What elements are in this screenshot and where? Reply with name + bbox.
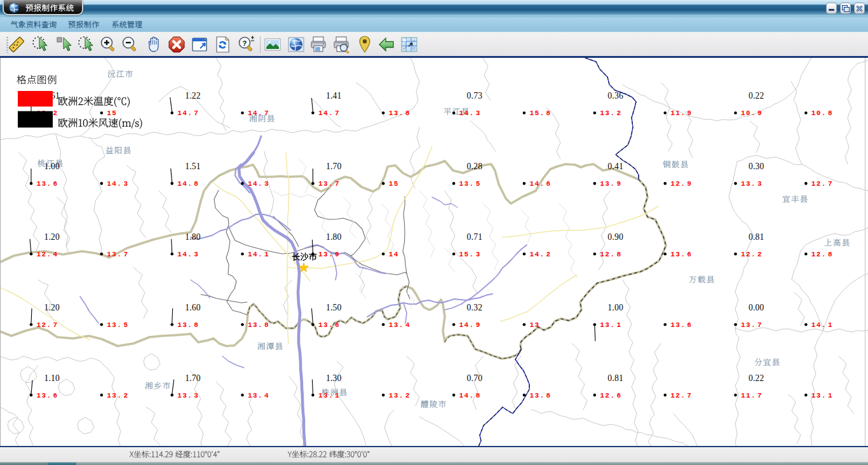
svg-text:12. 7: 12. 7 [811,180,833,188]
svg-text:15. 3: 15. 3 [459,251,481,258]
svg-text:15. 8: 15. 8 [529,109,551,117]
svg-text:?: ? [243,39,247,47]
svg-text:0.30: 0.30 [749,162,764,171]
svg-text:1.00: 1.00 [44,162,60,171]
svg-text:13. 9: 13. 9 [318,251,340,258]
svg-text:13. 2: 13. 2 [107,392,128,399]
svg-text:13. 9: 13. 9 [600,180,621,188]
svg-text:13. 7: 13. 7 [318,180,340,188]
svg-text:14. 3: 14. 3 [248,180,269,188]
svg-text:14. 1: 14. 1 [248,251,269,258]
svg-text:12. 2: 12. 2 [741,251,763,258]
svg-text:1.22: 1.22 [185,91,201,101]
svg-text:0.36: 0.36 [607,91,623,101]
svg-text:13. 5: 13. 5 [459,180,481,188]
svg-text:1.00: 1.00 [607,303,623,312]
svg-text:14. 1: 14. 1 [811,321,833,329]
svg-text:0.41: 0.41 [607,162,623,171]
svg-text:1.10: 1.10 [44,373,60,383]
svg-text:0.90: 0.90 [607,232,623,242]
svg-text:10. 8: 10. 8 [811,109,833,117]
svg-text:0.00: 0.00 [749,303,764,312]
svg-text:13. 5: 13. 5 [107,321,128,329]
svg-text:11. 7: 11. 7 [741,392,763,399]
svg-text:13. 3: 13. 3 [177,392,199,399]
svg-text:1.70: 1.70 [326,162,342,171]
svg-text:13. 8: 13. 8 [389,109,410,117]
svg-text:14. 7: 14. 7 [177,109,199,117]
svg-text:0.81: 0.81 [749,232,764,242]
svg-text:0.28: 0.28 [467,162,483,171]
svg-text:0.32: 0.32 [467,303,483,312]
svg-text:12. 7: 12. 7 [37,321,58,329]
svg-text:14. 2: 14. 2 [529,251,551,258]
svg-text:11. 9: 11. 9 [670,109,692,117]
svg-text:1.50: 1.50 [326,303,342,312]
svg-text:0.81: 0.81 [607,373,623,383]
svg-text:1.41: 1.41 [326,91,342,101]
svg-text:13. 8: 13. 8 [529,392,551,399]
svg-text:13. 1: 13. 1 [600,321,621,329]
svg-text:0.73: 0.73 [467,91,483,101]
svg-text:13. 3: 13. 3 [741,180,763,188]
svg-text:14. 3: 14. 3 [107,180,128,188]
svg-text:0.71: 0.71 [467,232,483,242]
svg-text:14: 14 [389,251,399,258]
svg-text:10. 9: 10. 9 [741,109,763,117]
svg-text:14. 7: 14. 7 [248,109,269,117]
svg-text:0.70: 0.70 [467,373,483,383]
svg-text:13. 7: 13. 7 [741,321,763,329]
svg-text:13. 2: 13. 2 [600,109,621,117]
svg-text:1.80: 1.80 [326,232,342,242]
svg-text:14. 7: 14. 7 [318,109,340,117]
svg-text:13. 7: 13. 7 [107,251,128,258]
svg-text:14. 3: 14. 3 [459,109,481,117]
svg-text:0.22: 0.22 [749,373,764,383]
svg-text:13. 6: 13. 6 [318,321,340,329]
svg-text:13. 6: 13. 6 [37,392,58,399]
svg-text:12. 8: 12. 8 [811,251,833,258]
svg-text:12. 7: 12. 7 [670,392,692,399]
svg-text:13: 13 [529,321,539,329]
svg-text:1.80: 1.80 [185,232,201,242]
svg-text:13. 2: 13. 2 [389,392,410,399]
svg-text:1.20: 1.20 [44,232,60,242]
svg-text:12. 6: 12. 6 [600,392,621,399]
svg-text:13. 4: 13. 4 [389,321,410,329]
svg-text:14. 8: 14. 8 [459,392,481,399]
svg-text:1.51: 1.51 [185,162,201,171]
svg-text:13. 4: 13. 4 [248,392,269,399]
svg-text:14. 8: 14. 8 [177,180,199,188]
svg-text:13. 1: 13. 1 [318,392,340,399]
svg-text:1.20: 1.20 [44,303,60,312]
svg-text:1.30: 1.30 [326,373,342,383]
svg-text:13. 6: 13. 6 [670,321,692,329]
svg-text:12. 4: 12. 4 [37,251,58,258]
svg-text:15: 15 [389,180,399,188]
svg-text:13. 1: 13. 1 [811,392,833,399]
svg-text:1.60: 1.60 [185,303,201,312]
svg-text:13. 6: 13. 6 [37,180,58,188]
svg-text:14. 3: 14. 3 [177,251,199,258]
svg-text:1.70: 1.70 [185,373,201,383]
svg-text:13. 6: 13. 6 [670,251,692,258]
svg-text:14. 6: 14. 6 [529,180,551,188]
svg-text:12. 8: 12. 8 [600,251,621,258]
svg-text:14. 9: 14. 9 [459,321,481,329]
svg-text:0.22: 0.22 [749,91,764,101]
svg-text:13. 8: 13. 8 [248,321,269,329]
svg-text:12. 9: 12. 9 [670,180,692,188]
svg-text:15: 15 [107,109,117,117]
svg-text:13. 8: 13. 8 [177,321,199,329]
